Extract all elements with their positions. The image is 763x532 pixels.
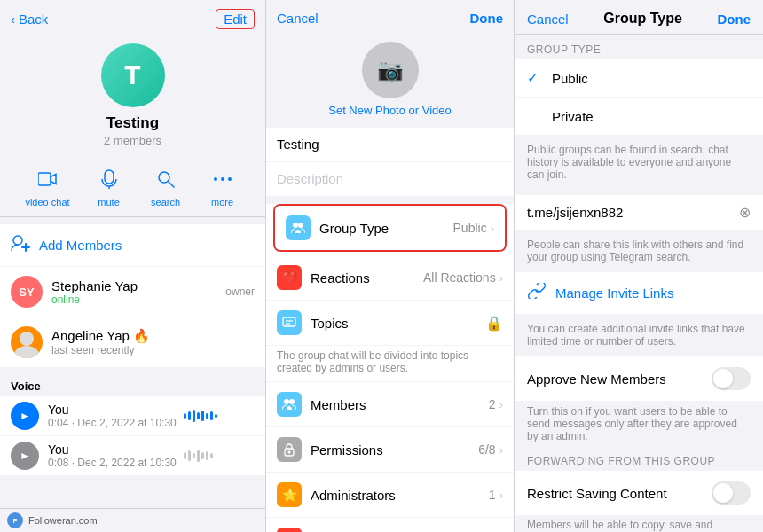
right-title: Group Type bbox=[603, 11, 682, 27]
removed-users-row[interactable]: 🚫 Removed Users › bbox=[266, 518, 514, 532]
reactions-value: All Reactions bbox=[423, 270, 496, 285]
more-label: more bbox=[211, 197, 233, 207]
voice-time-1: 0:04 · Dec 2, 2022 at 10:30 bbox=[48, 417, 177, 429]
member-stephanie[interactable]: SY Stephanie Yap online owner bbox=[0, 267, 265, 317]
svg-point-17 bbox=[284, 399, 289, 404]
description-input[interactable] bbox=[277, 171, 503, 186]
invite-link-input[interactable] bbox=[527, 205, 739, 220]
set-photo-label[interactable]: Set New Photo or Video bbox=[328, 104, 452, 117]
voice-play-button-2[interactable]: ► bbox=[11, 442, 39, 470]
waveform-2 bbox=[184, 447, 255, 465]
member-avatar-ay bbox=[11, 326, 43, 358]
topics-lock-icon: 🔒 bbox=[485, 315, 503, 332]
private-checkmark: ✓ bbox=[527, 108, 543, 124]
middle-done-button[interactable]: Done bbox=[470, 11, 504, 26]
svg-point-18 bbox=[289, 399, 295, 404]
approve-toggle[interactable] bbox=[712, 367, 751, 390]
members-section: Add Members SY Stephanie Yap online owne… bbox=[0, 224, 265, 367]
svg-point-20 bbox=[288, 451, 291, 454]
photo-upload-button[interactable]: 📷 bbox=[362, 42, 419, 98]
type-private-row[interactable]: ✓ Private bbox=[515, 98, 763, 135]
restrict-toggle[interactable] bbox=[712, 481, 751, 505]
reactions-row[interactable]: ❤️ Reactions All Reactions › bbox=[266, 255, 514, 301]
search-label: search bbox=[151, 197, 180, 207]
add-members-icon bbox=[11, 233, 30, 257]
member-avatar-sy: SY bbox=[11, 276, 43, 308]
voice-name-2: You bbox=[48, 442, 177, 457]
topics-row[interactable]: Topics 🔒 bbox=[266, 301, 514, 346]
voice-item-2: ► You 0:08 · Dec 2, 2022 at 10:30 bbox=[0, 436, 265, 476]
member-status: online bbox=[51, 293, 225, 306]
manage-invite-links-row[interactable]: Manage Invite Links bbox=[515, 272, 763, 314]
svg-rect-14 bbox=[283, 317, 295, 326]
reactions-arrow: › bbox=[499, 271, 503, 285]
video-chat-label: video chat bbox=[25, 197, 69, 207]
permissions-row[interactable]: Permissions 6/8 › bbox=[266, 427, 514, 473]
svg-point-4 bbox=[214, 177, 217, 181]
members-label: Members bbox=[311, 397, 489, 412]
svg-point-13 bbox=[298, 223, 303, 228]
member-angeline[interactable]: Angeline Yap 🔥 last seen recently bbox=[0, 317, 265, 367]
invite-clear-button[interactable]: ⊗ bbox=[739, 204, 751, 221]
video-chat-button[interactable]: video chat bbox=[25, 165, 69, 207]
group-type-value: Public bbox=[453, 221, 487, 235]
mute-button[interactable]: mute bbox=[91, 165, 127, 207]
members-row[interactable]: Members 2 › bbox=[266, 382, 514, 427]
avatar-letter: T bbox=[124, 60, 140, 90]
private-label: Private bbox=[552, 109, 594, 124]
voice-info-1: You 0:04 · Dec 2, 2022 at 10:30 bbox=[48, 403, 177, 429]
approve-new-members-row: Approve New Members bbox=[515, 356, 763, 402]
member-name: Stephanie Yap bbox=[51, 278, 225, 293]
menu-list: Group Type Public › ❤️ Reactions All Rea… bbox=[266, 204, 514, 532]
camera-icon: 📷 bbox=[377, 58, 404, 82]
svg-point-5 bbox=[221, 177, 224, 181]
group-type-row[interactable]: Group Type Public › bbox=[275, 206, 505, 250]
members-icon bbox=[277, 392, 302, 417]
name-input-row bbox=[266, 128, 514, 162]
group-type-icon bbox=[286, 215, 311, 240]
back-button[interactable]: ‹ Back bbox=[11, 12, 48, 27]
middle-cancel-button[interactable]: Cancel bbox=[277, 11, 319, 26]
member-info-stephanie: Stephanie Yap online bbox=[51, 278, 225, 306]
edit-button[interactable]: Edit bbox=[216, 9, 255, 29]
svg-point-2 bbox=[159, 172, 169, 183]
type-public-row[interactable]: ✓ Public bbox=[515, 59, 763, 98]
add-members-label: Add Members bbox=[39, 238, 122, 253]
public-label: Public bbox=[552, 71, 588, 86]
reactions-icon: ❤️ bbox=[277, 265, 302, 290]
right-done-button[interactable]: Done bbox=[717, 12, 751, 27]
member-name-angeline: Angeline Yap 🔥 bbox=[51, 328, 255, 344]
group-type-label: Group Type bbox=[319, 221, 453, 236]
more-button[interactable]: more bbox=[205, 165, 240, 207]
reactions-label: Reactions bbox=[311, 270, 423, 286]
right-header: Cancel Group Type Done bbox=[515, 0, 763, 35]
voice-play-button-1[interactable]: ► bbox=[11, 402, 39, 430]
voice-item-1: ► You 0:04 · Dec 2, 2022 at 10:30 bbox=[0, 396, 265, 436]
right-cancel-button[interactable]: Cancel bbox=[527, 12, 569, 27]
group-type-highlighted-wrapper: Group Type Public › bbox=[273, 204, 507, 252]
video-chat-icon bbox=[30, 165, 66, 193]
add-members-row[interactable]: Add Members bbox=[0, 224, 265, 267]
middle-panel: Cancel Done 📷 Set New Photo or Video Gro… bbox=[266, 0, 515, 532]
waveform-1 bbox=[184, 407, 255, 425]
svg-line-3 bbox=[169, 182, 174, 187]
members-count: 2 members bbox=[104, 134, 161, 147]
owner-badge: owner bbox=[225, 286, 255, 298]
manage-links-note: You can create additional invite links t… bbox=[515, 319, 763, 356]
group-name-input[interactable] bbox=[277, 137, 503, 152]
voice-time-2: 0:08 · Dec 2, 2022 at 10:30 bbox=[48, 457, 177, 469]
administrators-icon: ⭐ bbox=[277, 482, 302, 507]
voice-section: Voice ► You 0:04 · Dec 2, 2022 at 10:30 … bbox=[0, 374, 265, 476]
svg-point-7 bbox=[13, 236, 22, 245]
member-info-angeline: Angeline Yap 🔥 last seen recently bbox=[51, 328, 255, 356]
svg-point-12 bbox=[293, 223, 298, 228]
description-input-row bbox=[266, 162, 514, 197]
removed-users-icon: 🚫 bbox=[277, 528, 302, 532]
group-type-arrow: › bbox=[491, 222, 494, 235]
type-note: Public groups can be found in search, ch… bbox=[515, 140, 763, 190]
permissions-arrow: › bbox=[499, 443, 503, 457]
restrict-note: Members will be able to copy, save and f… bbox=[515, 515, 763, 532]
search-button[interactable]: search bbox=[148, 165, 184, 207]
administrators-row[interactable]: ⭐ Administrators 1 › bbox=[266, 473, 514, 518]
right-content: GROUP TYPE ✓ Public ✓ Private Public gro… bbox=[515, 35, 763, 532]
